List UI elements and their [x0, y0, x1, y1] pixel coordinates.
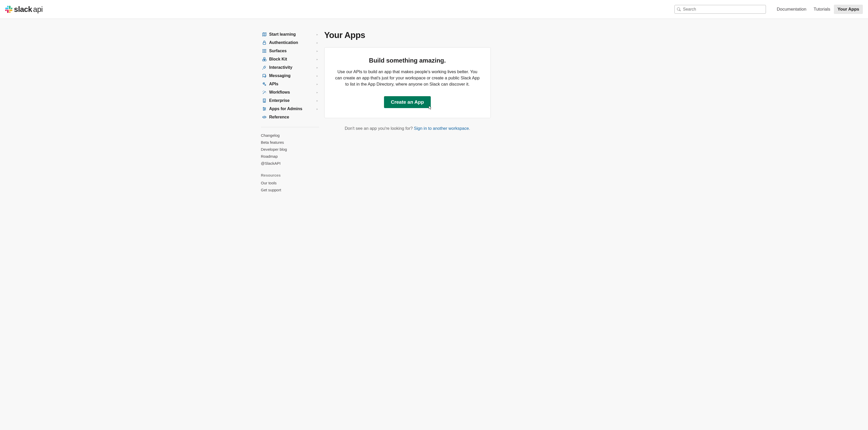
map-icon	[262, 32, 267, 37]
chat-icon	[262, 74, 267, 78]
sidebar-link-roadmap[interactable]: Roadmap	[261, 153, 319, 160]
sidebar-item-label: Apps for Admins	[269, 107, 316, 111]
sidebar-item-interactivity[interactable]: Interactivity▸	[261, 63, 319, 71]
sidebar-link-developer-blog[interactable]: Developer blog	[261, 146, 319, 153]
sidebar-item-workflows[interactable]: Workflows▸	[261, 88, 319, 96]
sliders-icon	[262, 107, 267, 111]
sidebar-item-label: Interactivity	[269, 65, 316, 70]
sidebar-link--slackapi[interactable]: @SlackAPI	[261, 160, 319, 167]
svg-point-13	[263, 83, 265, 84]
search-icon	[677, 7, 681, 11]
sidebar-item-label: Reference	[269, 115, 318, 119]
svg-point-3	[265, 49, 266, 50]
chevron-right-icon: ▸	[316, 91, 318, 94]
gears-icon	[262, 82, 267, 86]
blocks-icon	[262, 57, 267, 61]
svg-rect-11	[265, 59, 266, 61]
sidebar-item-authentication[interactable]: Authentication▸	[261, 38, 319, 47]
slack-logo-icon	[5, 6, 12, 13]
svg-point-8	[264, 52, 265, 53]
sidebar-nav: Start learning▸Authentication▸Surfaces▸B…	[261, 30, 319, 121]
sidebar-item-apps-for-admins[interactable]: Apps for Admins▸	[261, 105, 319, 113]
sidebar-link-beta-features[interactable]: Beta features	[261, 139, 319, 146]
chevron-right-icon: ▸	[316, 66, 318, 69]
svg-point-5	[264, 51, 265, 52]
sidebar-item-enterprise[interactable]: Enterprise▸	[261, 96, 319, 105]
chevron-right-icon: ▸	[316, 107, 318, 111]
nav-tutorials[interactable]: Tutorials	[810, 5, 834, 14]
nav-your-apps[interactable]: Your Apps	[834, 5, 863, 14]
svg-rect-0	[263, 42, 266, 45]
sidebar-resources-heading: Resources	[261, 167, 319, 179]
sidebar-link-changelog[interactable]: Changelog	[261, 132, 319, 139]
svg-point-16	[263, 107, 264, 108]
code-icon	[262, 115, 267, 119]
building-icon	[262, 98, 267, 103]
nav-links: Documentation Tutorials Your Apps	[773, 5, 863, 14]
header: slackapi Documentation Tutorials Your Ap…	[0, 0, 868, 19]
sidebar-item-label: Enterprise	[269, 98, 316, 103]
logo-text-bold: slack	[14, 5, 32, 13]
chevron-right-icon: ▸	[316, 41, 318, 45]
content: Your Apps Build something amazing. Use o…	[319, 30, 547, 193]
chevron-right-icon: ▸	[316, 58, 318, 61]
chevron-right-icon: ▸	[316, 99, 318, 103]
chevron-right-icon: ▸	[316, 49, 318, 53]
svg-point-9	[265, 52, 266, 53]
logo-text-light: api	[33, 5, 43, 13]
sidebar-item-label: APIs	[269, 82, 316, 86]
sidebar-resource-get-support[interactable]: Get support	[261, 187, 319, 193]
search-input[interactable]	[675, 5, 766, 14]
build-card: Build something amazing. Use our APIs to…	[324, 47, 491, 118]
header-right: Documentation Tutorials Your Apps	[675, 5, 863, 14]
logo-text: slackapi	[14, 5, 43, 14]
svg-point-17	[265, 109, 266, 109]
footer-text: Don't see an app you're looking for? Sig…	[324, 126, 491, 131]
chevron-right-icon: ▸	[316, 33, 318, 36]
main-container: Start learning▸Authentication▸Surfaces▸B…	[258, 19, 610, 193]
svg-point-7	[262, 52, 263, 53]
chevron-right-icon: ▸	[316, 83, 318, 86]
card-title: Build something amazing.	[332, 57, 483, 64]
sidebar-links-group: ChangelogBeta featuresDeveloper blogRoad…	[261, 132, 319, 167]
card-body: Use our APIs to build an app that makes …	[332, 69, 483, 87]
svg-point-18	[264, 110, 265, 110]
sidebar-item-start-learning[interactable]: Start learning▸	[261, 30, 319, 38]
sidebar-item-surfaces[interactable]: Surfaces▸	[261, 47, 319, 55]
page-title: Your Apps	[324, 30, 547, 40]
create-app-button[interactable]: Create an App	[384, 96, 431, 108]
svg-point-1	[262, 49, 263, 50]
sign-in-link[interactable]: Sign in to another workspace	[414, 126, 469, 131]
chevron-right-icon: ▸	[316, 74, 318, 78]
sidebar-item-label: Messaging	[269, 74, 316, 78]
sidebar-divider	[261, 127, 319, 127]
sidebar-item-label: Authentication	[269, 40, 316, 45]
grid-icon	[262, 49, 267, 53]
sidebar-item-label: Start learning	[269, 32, 316, 37]
sidebar-item-messaging[interactable]: Messaging▸	[261, 71, 319, 80]
lock-icon	[262, 40, 267, 45]
svg-point-4	[262, 51, 263, 52]
nav-documentation[interactable]: Documentation	[773, 5, 810, 14]
footer-suffix: .	[469, 126, 470, 131]
sidebar-item-label: Workflows	[269, 90, 316, 95]
wand-icon	[262, 90, 267, 95]
sidebar: Start learning▸Authentication▸Surfaces▸B…	[261, 30, 319, 193]
sidebar-item-block-kit[interactable]: Block Kit▸	[261, 55, 319, 63]
sidebar-item-reference[interactable]: Reference▸	[261, 113, 319, 121]
plug-icon	[262, 65, 267, 70]
sidebar-item-label: Block Kit	[269, 57, 316, 61]
sidebar-item-apis[interactable]: APIs▸	[261, 80, 319, 88]
sidebar-resource-our-tools[interactable]: Our tools	[261, 179, 319, 187]
svg-rect-10	[262, 59, 264, 61]
create-app-label: Create an App	[391, 99, 424, 105]
svg-point-6	[265, 51, 266, 52]
svg-rect-12	[264, 57, 265, 59]
svg-point-2	[264, 49, 265, 50]
cursor-icon	[427, 105, 432, 110]
search-wrap	[675, 5, 766, 14]
sidebar-item-label: Surfaces	[269, 49, 316, 53]
sidebar-resources-group: Our toolsGet support	[261, 179, 319, 193]
svg-point-14	[265, 85, 266, 86]
logo[interactable]: slackapi	[5, 5, 43, 14]
